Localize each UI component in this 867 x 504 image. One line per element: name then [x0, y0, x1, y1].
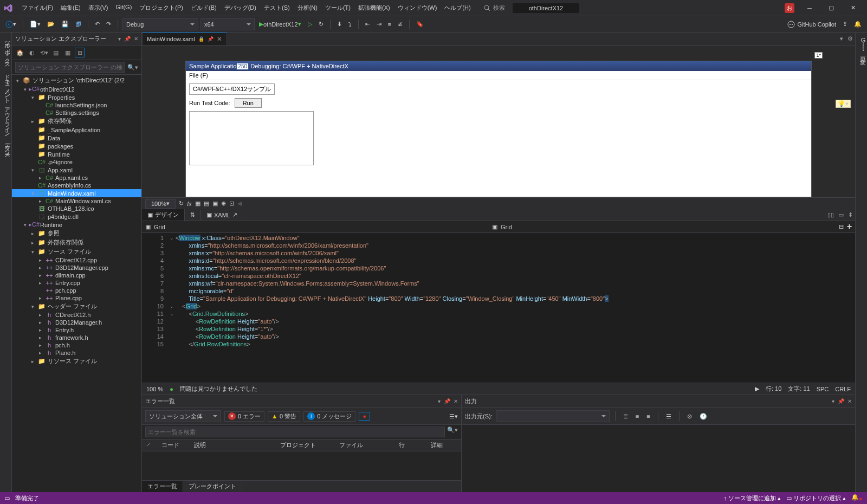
tab-design[interactable]: ▣ デザイン: [142, 209, 185, 221]
output-btn1[interactable]: ≣: [621, 412, 630, 421]
chevron-icon[interactable]: ▸: [37, 327, 43, 333]
tree-item[interactable]: ▸ h framework.h: [12, 334, 141, 341]
chevron-icon[interactable]: ▾: [29, 191, 36, 196]
close-button[interactable]: ✕: [842, 1, 864, 16]
tree-item[interactable]: ▸ 📁 依存関係: [12, 117, 141, 126]
platform-dropdown[interactable]: x64: [200, 18, 255, 30]
tree-item[interactable]: ▸ h CDirectX12.h: [12, 311, 141, 319]
designer-view[interactable]: 1* 💡▾ Sample Applicatio250 Debugging: C#…: [142, 46, 855, 197]
chevron-icon[interactable]: ▾: [22, 87, 28, 92]
minimize-button[interactable]: ─: [799, 1, 820, 16]
refresh-button[interactable]: ↻: [316, 20, 326, 29]
tree-item[interactable]: ▾ ▸C# Runtime: [12, 221, 141, 229]
snap3-icon[interactable]: ⊡: [229, 200, 234, 207]
gear-icon[interactable]: ⚙: [847, 35, 853, 42]
tree-item[interactable]: ▾ 📁 ソース ファイル: [12, 247, 141, 256]
fx-icon[interactable]: fx: [187, 201, 192, 207]
search-box[interactable]: 検索: [484, 4, 505, 12]
notification-icon[interactable]: 🔔●: [851, 494, 863, 502]
chevron-icon[interactable]: ▾: [29, 167, 36, 173]
tree-item[interactable]: ▸ 📁 参照: [12, 229, 141, 238]
tab-xaml[interactable]: ▣ XAML ↗: [201, 210, 243, 220]
menu-item[interactable]: 拡張機能(X): [355, 2, 393, 14]
save-button[interactable]: 💾: [59, 20, 71, 29]
rail-tab[interactable]: データソース: [4, 138, 11, 155]
chevron-icon[interactable]: ▸: [37, 350, 43, 356]
status-eol[interactable]: CRLF: [835, 386, 851, 392]
zoom-dropdown[interactable]: 100% ▾: [145, 199, 176, 209]
refresh-icon[interactable]: ↻: [179, 200, 184, 207]
indent-button[interactable]: ⇤: [363, 20, 372, 29]
col-header[interactable]: 詳細: [431, 441, 458, 449]
tree-item[interactable]: ▸ 📁 リソース ファイル: [12, 357, 141, 366]
filter-icon[interactable]: ☰▾: [449, 413, 458, 420]
status-col[interactable]: 文字: 11: [788, 385, 810, 393]
tree-item[interactable]: 📁 _SampleApplication: [12, 126, 141, 134]
lightbulb-icon[interactable]: 💡▾: [836, 100, 851, 108]
col-header[interactable]: ファイル: [339, 441, 393, 449]
crumb-left[interactable]: Grid: [154, 224, 165, 230]
tree-item[interactable]: C# Settings.settings: [12, 109, 141, 117]
share-button[interactable]: ⇪: [840, 20, 850, 29]
save-all-button[interactable]: 🗐: [73, 20, 83, 29]
undo-button[interactable]: ↶: [93, 20, 102, 29]
messages-pill[interactable]: i0 メッセージ: [303, 411, 355, 422]
chevron-icon[interactable]: ▾: [29, 95, 36, 100]
tree-item[interactable]: ▾ ◫ App.xaml: [12, 166, 141, 174]
tree-item[interactable]: ▾ 📦 ソリューション 'othDirectX12' (2/2: [12, 76, 141, 85]
menu-item[interactable]: ツール(T): [322, 2, 354, 14]
outdent-button[interactable]: ⇥: [374, 20, 384, 29]
uncomment-button[interactable]: ≢: [396, 20, 405, 29]
tree-item[interactable]: C# AssemblyInfo.cs: [12, 182, 141, 189]
tree-item[interactable]: ▾ 📁 ヘッダー ファイル: [12, 302, 141, 311]
explorer-search[interactable]: [15, 62, 125, 73]
tree-item[interactable]: C# .p4ignore: [12, 158, 141, 166]
status-line[interactable]: 行: 10: [766, 385, 781, 393]
lock-icon[interactable]: 🔒: [198, 36, 204, 42]
chevron-icon[interactable]: ▾: [29, 249, 36, 255]
dropdown-icon[interactable]: ▾: [118, 36, 121, 42]
rail-tab[interactable]: ツールボックス: [4, 36, 11, 64]
new-button[interactable]: 📄▾: [28, 20, 43, 29]
back-button[interactable]: ▾: [3, 20, 18, 29]
menu-item[interactable]: ビルド(B): [187, 2, 220, 14]
tree-item[interactable]: ▸ 📁 外部依存関係: [12, 238, 141, 247]
chevron-icon[interactable]: ▾: [14, 78, 21, 83]
menu-item[interactable]: ヘルプ(H): [441, 2, 474, 14]
error-search[interactable]: [145, 427, 445, 437]
copilot-button[interactable]: GitHub Copilot: [785, 20, 838, 29]
chevron-icon[interactable]: ▸: [37, 312, 43, 318]
swap-button[interactable]: ⇅: [185, 210, 201, 220]
tree-item[interactable]: 📁 packages: [12, 142, 141, 150]
output-btn4[interactable]: ☰: [664, 412, 674, 421]
tree-item[interactable]: 📁 Runtime: [12, 150, 141, 158]
col-header[interactable]: プロジェクト: [280, 441, 334, 449]
step-over-button[interactable]: ⤵: [346, 20, 354, 29]
menu-item[interactable]: 編集(E): [57, 2, 84, 14]
bookmark-button[interactable]: 🔖: [414, 20, 426, 29]
view-button[interactable]: ⊞: [75, 48, 85, 57]
search-icon[interactable]: 🔍▾: [127, 64, 138, 71]
output-btn6[interactable]: 🕐: [697, 412, 709, 421]
tree-item[interactable]: 📁 Data: [12, 134, 141, 142]
tree-item[interactable]: ▸ C# MainWindow.xaml.cs: [12, 197, 141, 205]
col-header[interactable]: 説明: [194, 441, 275, 449]
expand-icon[interactable]: ⬍: [848, 211, 853, 218]
search-icon[interactable]: 🔍▾: [447, 427, 458, 437]
tree-item[interactable]: 🖼 OTHLAB_128.ico: [12, 205, 141, 212]
filter-button[interactable]: ▤: [51, 48, 61, 57]
chevron-icon[interactable]: ▸: [37, 273, 43, 278]
chevron-icon[interactable]: ▸: [37, 343, 43, 348]
comment-button[interactable]: ≡: [386, 20, 393, 29]
chevron-icon[interactable]: ▸: [37, 335, 43, 340]
pin-icon[interactable]: 📌: [208, 36, 213, 42]
col-header[interactable]: コード: [161, 441, 189, 449]
start-debug-button[interactable]: ▶ othDirectX12 ▾: [257, 20, 303, 29]
tree-item[interactable]: ▸ h Plane.h: [12, 349, 141, 357]
menu-item[interactable]: Git(G): [112, 2, 135, 14]
crumb-right[interactable]: Grid: [501, 224, 512, 230]
menu-item[interactable]: テスト(S): [261, 2, 293, 14]
step-button[interactable]: ⬇: [335, 20, 344, 29]
rail-tab[interactable]: Git 変更: [860, 36, 866, 51]
close-tab-icon[interactable]: ✕: [217, 35, 222, 43]
